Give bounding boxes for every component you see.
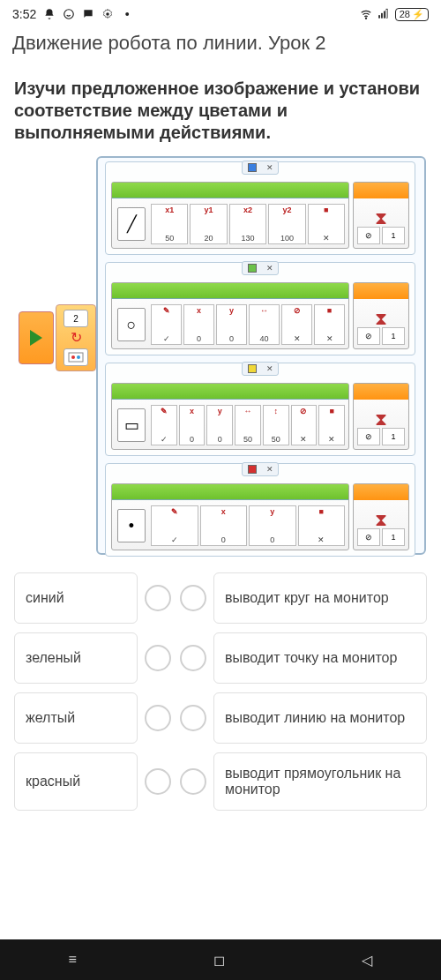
case-color-icon [248, 465, 257, 474]
case-tab: ✕ [242, 161, 279, 175]
param: y0 [249, 505, 296, 546]
param: ✎✓ [151, 405, 177, 445]
svg-point-2 [365, 18, 366, 19]
param: ■✕ [298, 505, 346, 546]
back-button[interactable]: ◁ [362, 952, 372, 969]
match-left-option[interactable]: желтый [14, 692, 138, 744]
sensor-port: 2 [64, 310, 88, 327]
match-right-option[interactable]: выводит круг на монитор [213, 572, 427, 624]
connector-left[interactable] [145, 768, 171, 795]
param: y120 [190, 204, 227, 244]
match-connectors [145, 692, 206, 744]
param: y0 [206, 405, 233, 445]
status-left: 3:52 • [12, 7, 133, 21]
svg-rect-4 [381, 13, 383, 19]
recent-button[interactable]: ≡ [69, 952, 77, 968]
wait-block: ⧗ ⊘1 [353, 182, 409, 249]
wait-value: 1 [382, 227, 405, 244]
status-right: 28 ⚡ [360, 8, 429, 21]
case-1: ✕ ○ ✎✓x0y0↔40⊘✕■✕ ⧗ ⊘1 [105, 262, 415, 355]
display-block: • ✎✓x0y0■✕ [111, 483, 349, 550]
matching-area: синий выводит круг на монитор зеленый вы… [0, 565, 441, 830]
param: ■✕ [308, 204, 345, 244]
param: ↕50 [263, 405, 289, 445]
ev3-diagram: 2 ↻ ✕ ╱ x150y120x2130y2100■✕ ⧗ ⊘1 ✕ [13, 153, 428, 558]
hourglass-icon: ⧗ [375, 409, 387, 430]
svg-rect-5 [384, 11, 385, 19]
param: ✎✓ [151, 505, 198, 546]
status-bar: 3:52 • 28 ⚡ [0, 0, 441, 28]
wait-value: 1 [382, 327, 405, 345]
task-text: Изучи предложенное изображение и установ… [0, 65, 441, 153]
whatsapp-icon [63, 8, 75, 20]
hourglass-icon: ⧗ [375, 208, 387, 228]
param: x0 [179, 405, 206, 445]
hourglass-icon: ⧗ [375, 309, 387, 329]
connector-left[interactable] [145, 585, 171, 611]
shape-icon: ╱ [117, 207, 146, 241]
match-right-option[interactable]: выводит прямоугольник на монитор [213, 752, 427, 811]
play-icon [30, 330, 42, 346]
connector-right[interactable] [180, 585, 206, 611]
case-tab: ✕ [242, 362, 279, 376]
param: ■✕ [314, 304, 345, 345]
match-right-option[interactable]: выводит линию на монитор [213, 692, 427, 744]
param: x150 [151, 204, 188, 244]
bell-icon [43, 8, 56, 20]
svg-rect-3 [378, 15, 380, 19]
param: ↔50 [235, 405, 261, 445]
match-left-option[interactable]: красный [14, 752, 138, 811]
match-right-option[interactable]: выводит точку на монитор [213, 632, 427, 684]
status-time: 3:52 [12, 7, 36, 21]
case-close-icon: ✕ [266, 163, 273, 172]
match-left-option[interactable]: зеленый [14, 632, 138, 684]
case-0: ✕ ╱ x150y120x2130y2100■✕ ⧗ ⊘1 [105, 161, 415, 255]
match-row-3: красный выводит прямоугольник на монитор [14, 752, 427, 811]
match-row-1: зеленый выводит точку на монитор [14, 632, 427, 684]
dot-icon: • [121, 8, 133, 20]
param: x2130 [229, 204, 266, 244]
hourglass-icon: ⧗ [375, 510, 387, 530]
home-button[interactable]: ◻ [213, 952, 225, 969]
block-row: • ✎✓x0y0■✕ ⧗ ⊘1 [111, 483, 409, 550]
wait-value: 1 [382, 528, 405, 546]
switch-arrow-icon: ↻ [71, 329, 82, 346]
shape-icon: ▭ [117, 408, 146, 442]
param: ↔40 [249, 304, 280, 345]
param: ■✕ [318, 405, 345, 445]
wait-mode: ⊘ [357, 528, 380, 546]
match-connectors [145, 752, 206, 811]
signal-icon [377, 8, 390, 20]
wait-mode: ⊘ [357, 428, 380, 445]
case-color-icon [248, 163, 257, 172]
wait-block: ⧗ ⊘1 [353, 483, 409, 550]
block-row: ○ ✎✓x0y0↔40⊘✕■✕ ⧗ ⊘1 [111, 282, 409, 349]
param: y0 [216, 304, 247, 345]
android-nav-bar: ≡ ◻ ◁ [0, 939, 441, 980]
connector-right[interactable] [180, 645, 206, 671]
param: y2100 [268, 204, 305, 244]
sensor-mode [64, 348, 88, 366]
match-connectors [145, 572, 206, 624]
svg-point-1 [107, 12, 110, 16]
battery-indicator: 28 ⚡ [395, 8, 429, 21]
connector-left[interactable] [145, 645, 171, 671]
match-connectors [145, 632, 206, 684]
start-block [19, 311, 54, 364]
connector-right[interactable] [180, 768, 206, 795]
shape-icon: ○ [117, 308, 146, 341]
charging-icon: ⚡ [412, 9, 424, 20]
svg-point-8 [71, 355, 75, 359]
param: x0 [200, 505, 248, 546]
connector-left[interactable] [145, 705, 171, 731]
block-row: ▭ ✎✓x0y0↔50↕50⊘✕■✕ ⧗ ⊘1 [111, 383, 409, 450]
connector-right[interactable] [180, 705, 206, 731]
match-left-option[interactable]: синий [14, 572, 138, 624]
case-2: ✕ ▭ ✎✓x0y0↔50↕50⊘✕■✕ ⧗ ⊘1 [105, 363, 415, 456]
wifi-icon [360, 8, 372, 20]
case-tab: ✕ [242, 462, 279, 476]
match-row-2: желтый выводит линию на монитор [14, 692, 427, 744]
case-color-icon [248, 364, 257, 373]
battery-value: 28 [400, 9, 410, 19]
param: x0 [183, 304, 214, 345]
